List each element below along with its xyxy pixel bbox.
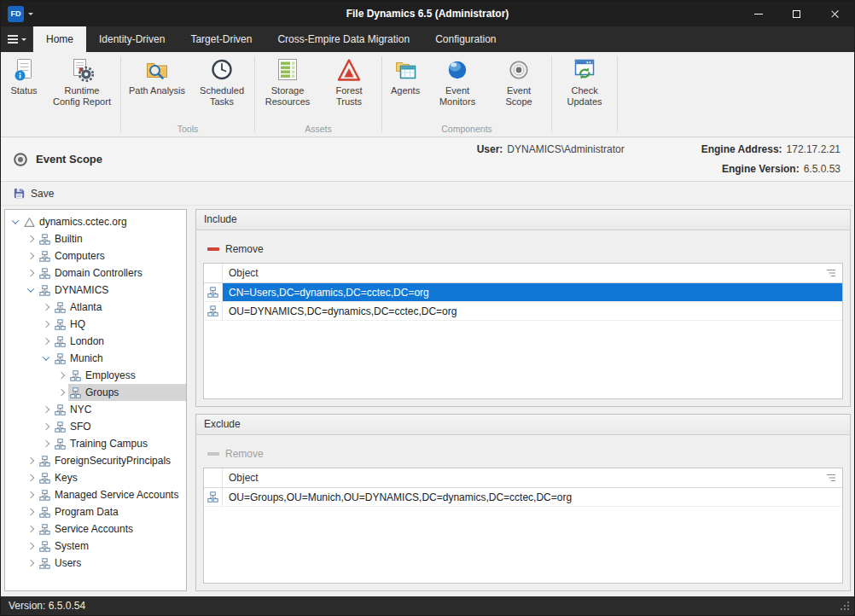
- event-monitors-button[interactable]: Event Monitors: [427, 52, 488, 109]
- chevron-right-icon[interactable]: [24, 475, 38, 480]
- save-button[interactable]: Save: [9, 185, 57, 201]
- table-row[interactable]: OU=DYNAMICS,DC=dynamics,DC=cctec,DC=org: [204, 302, 842, 321]
- remove-minus-icon: [207, 247, 219, 251]
- chevron-down-icon[interactable]: [39, 356, 53, 361]
- table-row[interactable]: OU=Groups,OU=Munich,OU=DYNAMICS,DC=dynam…: [204, 488, 842, 507]
- exclude-panel-title: Exclude: [196, 415, 850, 435]
- app-window: FD File Dynamics 6.5 (Administrator) Hom…: [0, 0, 855, 616]
- tree-item-domain-controllers[interactable]: Domain Controllers: [5, 264, 186, 282]
- tab-target-driven[interactable]: Target-Driven: [177, 26, 265, 52]
- ribbon-group-tools: Path Analysis Scheduled Tasks Tools: [123, 52, 253, 137]
- user-label: User:: [477, 140, 503, 160]
- tree-item-training-campus[interactable]: Training Campus: [5, 435, 186, 452]
- runtime-config-report-button[interactable]: Runtime Config Report: [45, 52, 119, 109]
- chevron-right-icon[interactable]: [24, 509, 38, 514]
- org-unit-icon: [207, 287, 218, 298]
- table-row[interactable]: CN=Users,DC=dynamics,DC=cctec,DC=org: [204, 283, 842, 302]
- close-button[interactable]: [816, 1, 854, 26]
- app-menu-button[interactable]: [1, 26, 33, 52]
- sort-icon[interactable]: [826, 269, 836, 277]
- tree-item-groups[interactable]: Groups: [5, 384, 186, 401]
- tree-item-managed-service-accounts[interactable]: Managed Service Accounts: [5, 486, 186, 503]
- agents-button[interactable]: Agents: [384, 52, 427, 98]
- column-header-object[interactable]: Object: [223, 264, 823, 282]
- minimize-button[interactable]: [739, 1, 777, 26]
- tree-item-computers[interactable]: Computers: [5, 247, 186, 264]
- include-remove-button[interactable]: Remove: [203, 239, 843, 259]
- row-indicator-column: [204, 468, 223, 487]
- chevron-right-icon[interactable]: [39, 322, 53, 327]
- tree-item-atlanta[interactable]: Atlanta: [5, 299, 186, 316]
- tree-item-employess[interactable]: Employess: [5, 367, 186, 384]
- tree-item-users[interactable]: Users: [5, 555, 186, 572]
- tree-item-label: Computers: [55, 250, 105, 262]
- tree-item-label: NYC: [70, 404, 91, 416]
- chevron-right-icon[interactable]: [39, 441, 53, 446]
- tree-item-label: London: [70, 335, 104, 347]
- ribbon-group-label: Assets: [257, 124, 380, 137]
- app-icon[interactable]: FD: [8, 6, 24, 22]
- tree-item-program-data[interactable]: Program Data: [5, 503, 186, 520]
- resize-grip[interactable]: [840, 601, 851, 612]
- ribbon: Status Runtime Config Report: [1, 52, 854, 137]
- ribbon-group-assets: Storage Resources Forest Trusts Assets: [257, 52, 380, 137]
- tree-item-service-accounts[interactable]: Service Accounts: [5, 520, 186, 538]
- storage-resources-button[interactable]: Storage Resources: [257, 52, 318, 109]
- chevron-right-icon[interactable]: [24, 492, 38, 497]
- tab-identity-driven[interactable]: Identity-Driven: [86, 26, 177, 52]
- window-folder-icon: [393, 57, 418, 83]
- engine-version-label: Engine Version:: [722, 160, 800, 179]
- chevron-right-icon[interactable]: [39, 305, 53, 310]
- chevron-right-icon[interactable]: [39, 424, 53, 429]
- tree-item-sfo[interactable]: SFO: [5, 418, 186, 435]
- maximize-button[interactable]: [777, 1, 816, 26]
- chevron-right-icon[interactable]: [24, 253, 38, 259]
- chevron-right-icon[interactable]: [55, 390, 68, 395]
- tab-configuration[interactable]: Configuration: [422, 26, 509, 52]
- tree-item-foreignsecurityprincipals[interactable]: ForeignSecurityPrincipals: [5, 452, 186, 469]
- status-button[interactable]: Status: [3, 52, 45, 98]
- tree-item-dynamics-cctec-org[interactable]: dynamics.cctec.org: [5, 213, 186, 230]
- directory-tree: dynamics.cctec.org Builtin Computers Dom…: [4, 209, 187, 591]
- chevron-right-icon[interactable]: [39, 339, 53, 344]
- event-scope-button[interactable]: Event Scope: [488, 52, 550, 109]
- chevron-down-icon[interactable]: [24, 288, 38, 293]
- chevron-right-icon[interactable]: [24, 526, 38, 532]
- tree-item-builtin[interactable]: Builtin: [5, 230, 186, 247]
- chevron-right-icon[interactable]: [39, 407, 53, 412]
- ribbon-group-general: Status Runtime Config Report: [3, 52, 119, 137]
- sort-icon[interactable]: [826, 474, 836, 482]
- action-toolbar: Save: [1, 182, 854, 206]
- tree-item-hq[interactable]: HQ: [5, 316, 186, 333]
- chevron-down-icon[interactable]: [9, 219, 22, 224]
- chevron-right-icon[interactable]: [24, 236, 38, 241]
- ribbon-group-label: [554, 124, 615, 137]
- path-analysis-button[interactable]: Path Analysis: [123, 52, 191, 98]
- forest-trusts-button[interactable]: Forest Trusts: [318, 52, 380, 109]
- scheduled-tasks-button[interactable]: Scheduled Tasks: [191, 52, 253, 109]
- check-updates-button[interactable]: Check Updates: [554, 52, 615, 109]
- tree-item-dynamics[interactable]: DYNAMICS: [5, 282, 186, 299]
- tab-home[interactable]: Home: [33, 26, 86, 52]
- org-unit-icon: [39, 456, 50, 467]
- window-title: File Dynamics 6.5 (Administrator): [1, 8, 854, 20]
- tree-item-munich[interactable]: Munich: [5, 350, 186, 367]
- chevron-right-icon[interactable]: [24, 561, 38, 566]
- chevron-right-icon[interactable]: [24, 270, 38, 276]
- tree-item-nyc[interactable]: NYC: [5, 401, 186, 418]
- tab-cross-empire-data-migration[interactable]: Cross-Empire Data Migration: [265, 26, 422, 52]
- chevron-right-icon[interactable]: [24, 543, 38, 549]
- chevron-right-icon[interactable]: [24, 458, 38, 463]
- tree-item-system[interactable]: System: [5, 538, 186, 555]
- tree-item-keys[interactable]: Keys: [5, 469, 186, 486]
- chevron-right-icon[interactable]: [55, 373, 68, 378]
- org-unit-icon: [39, 473, 50, 484]
- column-header-object[interactable]: Object: [223, 468, 823, 487]
- tree-item-label: Users: [55, 557, 81, 569]
- org-unit-icon: [39, 234, 50, 245]
- engine-info: User: DYNAMICS\Administrator Engine Addr…: [477, 140, 840, 179]
- tree-item-london[interactable]: London: [5, 333, 186, 350]
- org-unit-icon: [39, 285, 50, 296]
- app-menu-caret-icon[interactable]: [28, 13, 33, 18]
- org-unit-icon: [207, 491, 218, 503]
